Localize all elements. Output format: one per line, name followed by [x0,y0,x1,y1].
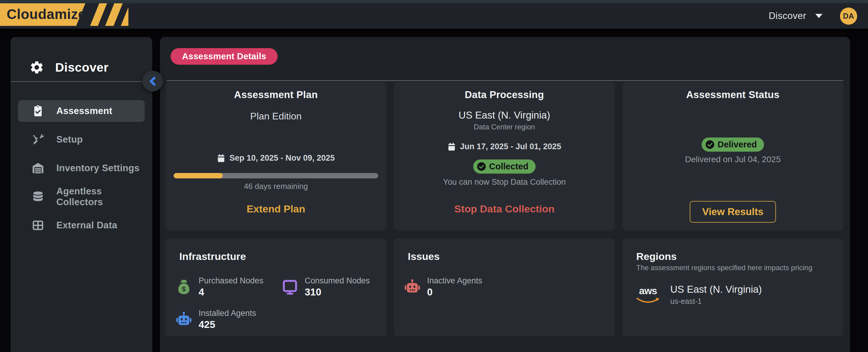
sidebar-item-assessment[interactable]: Assessment [18,100,145,122]
data-center-region-caption: Data Center region [394,123,615,131]
assessment-details-badge[interactable]: Assessment Details [170,48,278,65]
delivered-status-badge: Delivered [702,138,764,152]
sidebar-item-label: External Data [56,220,117,231]
chevron-down-icon [815,14,823,18]
issues-card: Issues Inactive Agents 0 [394,239,615,336]
collection-date-range: Jun 17, 2025 - Jul 01, 2025 [394,142,615,151]
sidebar-title: Discover [55,61,108,75]
robot-alert-icon [404,278,421,296]
card-title: Regions [636,251,677,262]
collected-status-badge: Collected [473,160,536,174]
clipboard-check-icon [32,105,44,117]
stat-value: 0 [427,286,482,298]
detail-cards-row: Infrastructure $ Purchased Nodes 4 Consu… [165,239,843,336]
stat-label: Inactive Agents [427,276,482,285]
sidebar-header: Discover [29,60,108,75]
stat-inactive-agents: Inactive Agents 0 [404,277,482,297]
sidebar-item-setup[interactable]: Setup [18,129,145,150]
robot-icon [175,311,193,328]
calendar-icon [217,154,225,163]
calendar-icon [447,142,456,151]
sidebar-item-agentless-collectors[interactable]: Agentless Collectors [18,186,145,208]
sidebar-collapse-button[interactable] [142,71,163,92]
collection-status-caption: You can now Stop Data Collection [394,177,615,187]
discover-dropdown[interactable]: Discover [769,10,823,21]
table-icon [32,219,44,232]
plan-progress-bar [174,173,378,178]
check-circle-icon [477,162,486,171]
collected-status-wrap: Collected [394,160,615,174]
summary-cards-row: Assessment Plan Plan Edition Sep 10, 202… [165,82,843,231]
plan-progress-fill [174,173,223,178]
monitor-icon [281,278,299,296]
stop-data-collection-link[interactable]: Stop Data Collection [394,203,615,215]
card-title: Data Processing [394,89,615,101]
region-list-item: aws US East (N. Virginia) us-east-1 [634,284,762,306]
stat-label: Purchased Nodes [198,276,264,285]
assessment-status-card: Assessment Status Delivered Delivered on… [622,82,843,231]
sidebar-divider [10,81,152,82]
stat-value: 425 [198,319,256,330]
sidebar-item-label: Agentless Collectors [56,186,145,208]
stat-consumed-nodes: Consumed Nodes 310 [281,277,370,297]
sidebar: Discover Assessment Setup Inventory Sett… [10,37,152,352]
data-processing-card: Data Processing US East (N. Virginia) Da… [394,82,615,231]
card-title: Assessment Plan [165,89,386,101]
plan-edition-label: Plan Edition [165,111,386,122]
check-circle-icon [705,140,715,149]
stat-installed-agents: Installed Agents 425 [175,309,256,330]
brand-stripe [97,3,115,26]
top-bar: Cloudamize™ Discover DA [0,3,868,29]
discover-dropdown-label: Discover [769,10,806,21]
region-code: us-east-1 [670,297,762,306]
tools-icon [32,133,44,146]
sidebar-item-label: Assessment [56,106,113,116]
card-title: Infrastructure [179,251,246,262]
warehouse-icon [32,162,44,175]
card-title: Assessment Status [622,89,843,101]
region-name: US East (N. Virginia) [670,284,762,295]
infrastructure-card: Infrastructure $ Purchased Nodes 4 Consu… [165,239,386,336]
assessment-plan-card: Assessment Plan Plan Edition Sep 10, 202… [165,82,386,231]
delivered-status-wrap: Delivered [622,138,843,152]
sidebar-nav: Assessment Setup Inventory Settings Agen… [18,100,145,243]
days-remaining-label: 46 days remaining [165,182,386,191]
sidebar-item-label: Setup [56,134,83,145]
sidebar-item-label: Inventory Settings [56,163,140,174]
brand-stripe [113,3,128,26]
topbar-right: Discover DA [769,7,868,25]
aws-logo: aws [634,285,662,305]
brand-banner[interactable]: Cloudamize™ [0,3,128,26]
regions-subtitle: The assessment regions specified here im… [636,263,812,272]
stat-purchased-nodes: $ Purchased Nodes 4 [175,277,264,297]
regions-card: Regions The assessment regions specified… [622,239,843,336]
extend-plan-link[interactable]: Extend Plan [165,203,386,215]
card-title: Issues [408,251,440,262]
avatar[interactable]: DA [840,7,857,25]
sidebar-item-external-data[interactable]: External Data [18,214,145,236]
main-panel: Assessment Details Assessment Plan Plan … [160,37,850,352]
stat-value: 4 [198,286,264,298]
stat-label: Installed Agents [198,309,256,318]
database-icon [32,190,44,203]
gear-icon [29,60,44,75]
app: Cloudamize™ Discover DA Discover Assessm… [0,0,868,352]
data-center-region-name: US East (N. Virginia) [394,109,615,121]
delivered-date-caption: Delivered on Jul 04, 2025 [622,155,843,164]
money-bag-icon: $ [175,278,193,296]
top-accent-strip [0,0,868,3]
section-divider [167,80,843,81]
stat-value: 310 [305,286,370,298]
svg-text:$: $ [182,285,186,293]
plan-date-range: Sep 10, 2025 - Nov 09, 2025 [165,153,386,163]
view-results-button[interactable]: View Results [689,201,776,223]
stat-label: Consumed Nodes [305,276,370,285]
sidebar-item-inventory-settings[interactable]: Inventory Settings [18,157,145,179]
chevron-left-icon [148,76,157,86]
